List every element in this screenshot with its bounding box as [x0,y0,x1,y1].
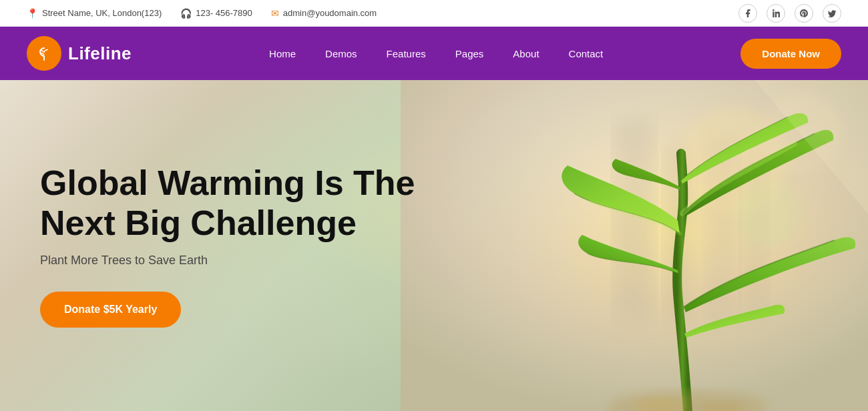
hero-content: Global Warming Is The Next Big Challenge… [0,80,868,411]
social-links [738,4,841,23]
phone-item: 🎧 123- 456-7890 [180,8,252,19]
hero-title: Global Warming Is The Next Big Challenge [40,163,454,244]
pinterest-link[interactable] [795,4,813,23]
location-icon: 📍 [27,8,38,19]
facebook-link[interactable] [738,4,757,23]
phone-icon: 🎧 [180,8,192,19]
nav-about[interactable]: About [501,41,551,66]
address-text: Street Name, UK, London(123) [42,8,162,18]
top-bar-contact: 📍 Street Name, UK, London(123) 🎧 123- 45… [27,8,377,19]
logo-text: Lifeline [68,43,132,64]
hero-section: Global Warming Is The Next Big Challenge… [0,80,868,411]
top-bar: 📍 Street Name, UK, London(123) 🎧 123- 45… [0,0,868,27]
logo[interactable]: Lifeline [27,36,132,71]
nav-home[interactable]: Home [257,41,308,66]
logo-icon [27,36,61,71]
twitter-link[interactable] [823,4,841,23]
hero-title-line1: Global Warming Is The [40,163,415,202]
phone-text: 123- 456-7890 [196,8,252,18]
nav-links: Home Demos Features Pages About Contact [257,41,615,66]
hero-donate-button[interactable]: Donate $5K Yearly [40,292,181,328]
address-item: 📍 Street Name, UK, London(123) [27,8,162,19]
email-item: ✉ admin@youdomain.com [271,8,377,19]
hero-title-line2: Next Big Challenge [40,203,357,242]
nav-contact[interactable]: Contact [557,41,616,66]
linkedin-link[interactable] [767,4,785,23]
navbar-donate-button[interactable]: Donate Now [740,39,841,69]
nav-pages[interactable]: Pages [443,41,496,66]
email-icon: ✉ [271,8,279,19]
hero-subtitle: Plant More Trees to Save Earth [40,254,828,268]
navbar: Lifeline Home Demos Features Pages About… [0,27,868,80]
nav-demos[interactable]: Demos [313,41,369,66]
email-text: admin@youdomain.com [283,8,377,18]
nav-features[interactable]: Features [375,41,438,66]
